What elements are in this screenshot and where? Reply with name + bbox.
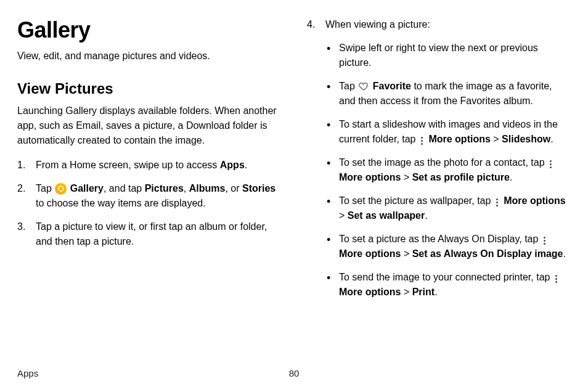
step-3: Tap a picture to view it, or first tap a…	[17, 219, 281, 249]
svg-point-1	[60, 190, 62, 192]
page-footer: Apps 80	[17, 368, 571, 378]
bullet-favorite-b: Favorite	[373, 81, 411, 91]
step-1-text-a: From a Home screen, swipe up to access	[36, 160, 220, 170]
bwp-c: >	[339, 210, 348, 221]
section-description: Launching Gallery displays available fol…	[17, 104, 281, 148]
more-options-icon	[553, 274, 560, 285]
baod-b: More options	[339, 248, 401, 259]
bullet-favorite-a: Tap	[339, 81, 357, 91]
page-title: Gallery	[17, 17, 281, 43]
bullet-wallpaper: To set the picture as wallpaper, tap Mor…	[325, 194, 571, 223]
step-2-bold-gallery: Gallery	[70, 183, 104, 194]
steps-list: From a Home screen, swipe up to access A…	[17, 158, 281, 249]
bpp-d: Set as profile picture	[412, 172, 510, 182]
bullet-aod: To set a picture as the Always On Displa…	[325, 232, 571, 261]
step-2-bold-stories: Stories	[242, 183, 276, 194]
step-1-bold-apps: Apps	[220, 160, 245, 170]
step-2-text-e: ,	[184, 183, 189, 194]
bpr-e: .	[435, 287, 437, 297]
bwp-a: To set the picture as wallpaper, tap	[339, 195, 494, 206]
step-2-text-c: , and tap	[104, 183, 145, 194]
step-2-text-i: to choose the way items are displayed.	[36, 198, 206, 208]
bwp-b: More options	[504, 195, 565, 206]
step-2-text-a: Tap	[36, 183, 54, 194]
bullet-favorite-c: to mark the image as a favorite, and the…	[339, 81, 552, 106]
bpp-e: .	[510, 172, 512, 182]
left-column: Gallery View, edit, and manage pictures …	[17, 17, 281, 350]
step-2-bold-albums: Albums	[189, 183, 226, 194]
svg-point-6	[59, 190, 60, 191]
more-options-icon	[542, 235, 548, 247]
svg-point-3	[62, 188, 64, 190]
step-1-text-c: .	[245, 160, 247, 170]
bpr-a: To send the image to your connected prin…	[339, 272, 553, 282]
baod-c: >	[401, 248, 412, 259]
bpp-c: >	[401, 172, 412, 182]
svg-point-2	[57, 188, 59, 190]
more-options-icon	[548, 159, 554, 170]
bpp-b: More options	[339, 172, 401, 182]
page-subtitle: View, edit, and manage pictures and vide…	[17, 49, 281, 63]
right-column: When viewing a picture: Swipe left or ri…	[307, 17, 571, 350]
step-1: From a Home screen, swipe up to access A…	[17, 158, 281, 173]
step-2: Tap Gallery, and tap Pictures, Albums, o…	[17, 181, 281, 211]
bullet-print: To send the image to your connected prin…	[325, 270, 571, 300]
bpp-a: To set the image as the photo for a cont…	[339, 157, 547, 168]
bpr-d: Print	[412, 287, 435, 297]
svg-point-7	[62, 190, 63, 191]
step-2-text-g: , or	[225, 183, 242, 194]
footer-page-number: 80	[289, 368, 300, 378]
svg-point-5	[62, 186, 63, 187]
bullet-slideshow-c: >	[491, 134, 502, 144]
gallery-icon	[55, 183, 67, 195]
bullet-slideshow-b: More options	[428, 134, 490, 144]
bullet-slideshow-e: .	[550, 134, 553, 144]
bpr-b: More options	[339, 287, 401, 297]
svg-point-0	[60, 186, 62, 187]
step-4-bullets-wrapper: Swipe left or right to view the next or …	[307, 41, 571, 300]
step-2-bold-pictures: Pictures	[145, 183, 184, 194]
bullet-slideshow: To start a slideshow with images and vid…	[325, 117, 571, 147]
footer-section-label: Apps	[17, 368, 38, 378]
svg-point-4	[59, 186, 60, 187]
section-heading: View Pictures	[17, 80, 281, 97]
content-columns: Gallery View, edit, and manage pictures …	[17, 17, 571, 350]
more-options-icon	[494, 197, 500, 208]
baod-a: To set a picture as the Always On Displa…	[339, 234, 541, 244]
more-options-icon	[419, 136, 425, 147]
bullet-favorite: Tap Favorite to mark the image as a favo…	[325, 79, 571, 108]
bpr-c: >	[401, 287, 412, 297]
step-4-header: When viewing a picture:	[307, 17, 571, 32]
bwp-e: .	[425, 210, 427, 221]
bullet-profile-picture: To set the image as the photo for a cont…	[325, 155, 571, 185]
bullet-swipe: Swipe left or right to view the next or …	[325, 41, 571, 70]
step-4-bullets: Swipe left or right to view the next or …	[325, 41, 571, 300]
bullet-slideshow-d: Slideshow	[502, 134, 550, 144]
heart-icon	[358, 81, 369, 92]
bwp-d: Set as wallpaper	[348, 210, 425, 221]
baod-d: Set as Always On Display image	[412, 248, 563, 259]
baod-e: .	[563, 248, 566, 259]
